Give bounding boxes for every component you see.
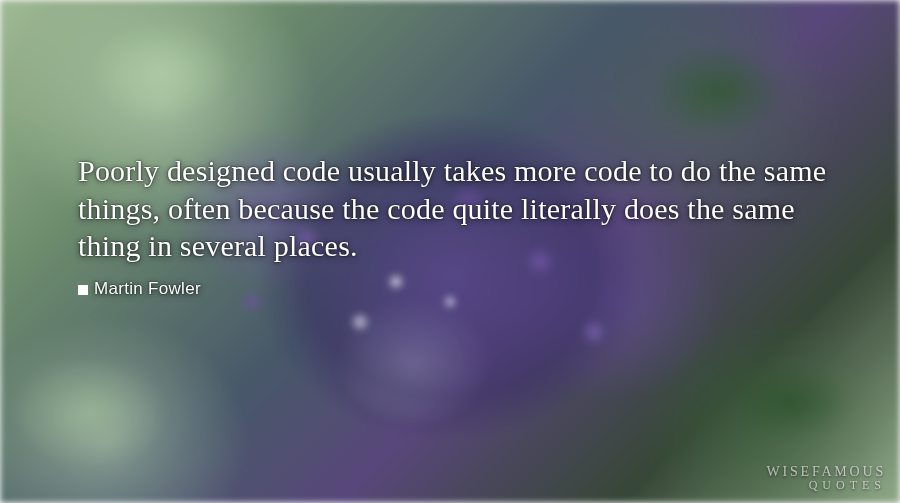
quote-text: Poorly designed code usually takes more … (78, 152, 830, 265)
watermark-line1: WISEFAMOUS (766, 464, 886, 479)
site-watermark: WISEFAMOUS QUOTES (766, 464, 886, 493)
quote-attribution: Martin Fowler (78, 279, 830, 299)
quote-author: Martin Fowler (94, 279, 201, 298)
attribution-dash-icon (78, 285, 88, 295)
watermark-line2: QUOTES (766, 478, 886, 493)
quote-block: Poorly designed code usually takes more … (78, 152, 830, 299)
